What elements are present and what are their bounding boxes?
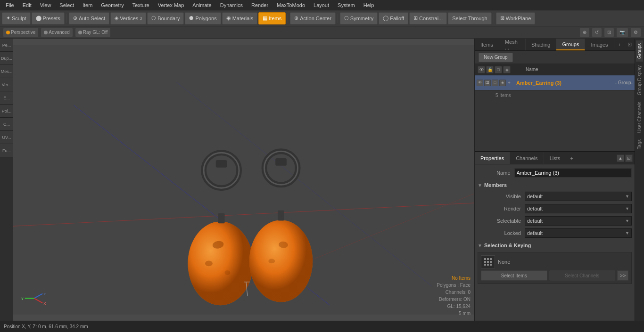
props-expand-full[interactable]: ⊡: [625, 154, 633, 162]
gr-key-icon[interactable]: ⚿: [484, 80, 491, 86]
dot-3: [490, 258, 492, 260]
right-panel: Items Mesh ... Shading Groups Images + ⊡…: [474, 39, 635, 321]
vp-rotate-btn[interactable]: ↺: [592, 28, 602, 37]
menu-file[interactable]: File: [2, 1, 18, 9]
sel-more-button[interactable]: >>: [617, 270, 628, 281]
symmetry-button[interactable]: ⬡ Symmetry: [340, 12, 378, 24]
menu-help[interactable]: Help: [360, 1, 378, 9]
vp-camera-btn[interactable]: 📷: [616, 28, 628, 37]
props-expand-up[interactable]: ▲: [617, 154, 624, 162]
tab-lists[interactable]: Lists: [544, 152, 567, 164]
left-btn-4[interactable]: Ver...: [0, 78, 13, 91]
name-prop-input[interactable]: [514, 168, 632, 178]
menu-edit[interactable]: Edit: [19, 1, 35, 9]
group-expand-arrow[interactable]: +: [508, 80, 514, 85]
menu-render[interactable]: Render: [248, 1, 272, 9]
lock-col-icon[interactable]: 🔒: [486, 66, 494, 73]
vis-col-icon[interactable]: □: [495, 66, 502, 73]
left-btn-7[interactable]: C...: [0, 118, 13, 131]
eye-col-icon[interactable]: 👁: [478, 66, 485, 73]
new-group-button[interactable]: New Group: [479, 53, 513, 62]
gl-status: GL: 15,624: [437, 303, 471, 310]
gr-vis-icon[interactable]: □: [492, 80, 498, 86]
left-btn-8[interactable]: UV...: [0, 131, 13, 144]
symmetry-label: Symmetry: [350, 16, 374, 21]
left-btn-2[interactable]: Dup...: [0, 52, 13, 65]
menu-system[interactable]: System: [334, 1, 359, 9]
left-btn-9[interactable]: Fu...: [0, 144, 13, 157]
menu-item[interactable]: Item: [79, 1, 96, 9]
tab-channels[interactable]: Channels: [510, 152, 544, 164]
advanced-toggle[interactable]: Advanced: [41, 28, 73, 37]
left-btn-6[interactable]: Pol...: [0, 105, 13, 118]
boundary-button[interactable]: ⬡ Boundary: [147, 12, 184, 24]
polygons-button[interactable]: ⬢ Polygons: [185, 12, 221, 24]
left-btn-3[interactable]: Mes...: [0, 65, 13, 78]
tab-images[interactable]: Images: [585, 39, 614, 50]
render-dropdown[interactable]: default ▼: [525, 204, 632, 213]
svg-text:X: X: [43, 301, 46, 306]
vp-settings-btn[interactable]: ⚙: [630, 28, 641, 37]
menu-dynamics[interactable]: Dynamics: [216, 1, 247, 9]
selectable-prop-label: Selectable: [478, 218, 525, 224]
menu-layout[interactable]: Layout: [310, 1, 333, 9]
tab-groups[interactable]: Groups: [556, 39, 585, 50]
menu-maxtomodo[interactable]: MaxToModo: [273, 1, 309, 9]
group-name-label: Amber_Earring (3): [514, 80, 613, 86]
action-center-button[interactable]: ⊕ Action Center: [290, 12, 336, 24]
presets-button[interactable]: ⬤ Presets: [32, 12, 65, 24]
vtab-tags[interactable]: Tags: [636, 137, 643, 152]
menu-texture[interactable]: Texture: [129, 1, 153, 9]
gr-eye-icon[interactable]: 👁: [477, 80, 483, 86]
workplane-icon: ⊠: [500, 15, 504, 21]
tab-add-button[interactable]: +: [614, 39, 625, 50]
left-btn-5[interactable]: E...: [0, 91, 13, 105]
dot-1: [484, 258, 486, 260]
gr-lock-icon[interactable]: ◈: [499, 80, 506, 86]
key-col-icon[interactable]: ◈: [503, 66, 511, 73]
sculpt-button[interactable]: ✦ Sculpt: [2, 12, 31, 24]
members-section-header[interactable]: ▼ Members: [478, 180, 632, 190]
vtab-user-channels[interactable]: User Channels: [636, 99, 643, 136]
size-status: 5 mm: [437, 310, 471, 317]
materials-button[interactable]: ◉ Materials: [222, 12, 258, 24]
menu-animate[interactable]: Animate: [189, 1, 215, 9]
tab-shading[interactable]: Shading: [526, 39, 556, 50]
items-label: Items: [269, 16, 281, 21]
visible-dropdown-arrow: ▼: [625, 194, 629, 199]
menu-view[interactable]: View: [36, 1, 55, 9]
select-through-button[interactable]: Select Through: [448, 12, 491, 24]
selectable-dropdown[interactable]: default ▼: [525, 216, 632, 226]
group-row-amber[interactable]: 👁 ⚿ □ ◈ + Amber_Earring (3) - Group-: [475, 75, 635, 90]
viewport[interactable]: Z X Y No Items Polygons : Face: [13, 39, 474, 321]
vtab-group-display[interactable]: Group Display: [636, 63, 643, 98]
position-status: Position X, Y, Z: 0 m, 61.6 mm, 34.2 mm: [4, 324, 88, 329]
items-button[interactable]: ▦ Items: [258, 12, 286, 24]
none-button[interactable]: [481, 255, 495, 268]
vp-zoom-btn[interactable]: ⊡: [604, 28, 614, 37]
tab-properties[interactable]: Properties: [475, 152, 510, 164]
panel-expand-button[interactable]: ⊡: [625, 39, 635, 50]
sel-buttons-row: Select Items Select Channels >>: [481, 270, 628, 281]
vertices-button[interactable]: ◈ Vertices 3: [110, 12, 146, 24]
tab-mesh[interactable]: Mesh ...: [499, 39, 526, 50]
menu-vertex-map[interactable]: Vertex Map: [154, 1, 188, 9]
locked-dropdown[interactable]: default ▼: [525, 228, 632, 238]
autoselect-button[interactable]: ⊕ Auto Select: [69, 12, 109, 24]
perspective-toggle[interactable]: Perspective: [3, 28, 39, 37]
props-tab-add[interactable]: +: [566, 152, 577, 164]
workplane-button[interactable]: ⊠ WorkPlane: [496, 12, 536, 24]
select-items-button[interactable]: Select Items: [481, 270, 547, 281]
raygl-toggle[interactable]: Ray GL: Off: [75, 28, 111, 37]
menu-select[interactable]: Select: [56, 1, 78, 9]
vp-transform-btn[interactable]: ⊕: [579, 28, 590, 37]
visible-dropdown[interactable]: default ▼: [525, 192, 632, 201]
falloff-button[interactable]: ◯ Falloff: [379, 12, 408, 24]
selection-keying-header[interactable]: ▼ Selection & Keying: [478, 241, 632, 250]
menu-geometry[interactable]: Geometry: [97, 1, 127, 9]
select-channels-button[interactable]: Select Channels: [549, 270, 616, 281]
left-btn-1[interactable]: Pe...: [0, 39, 13, 52]
vtab-groups[interactable]: Groups: [636, 40, 643, 62]
constraint-button[interactable]: ⊞ Constrai...: [409, 12, 447, 24]
tab-items[interactable]: Items: [475, 39, 499, 50]
